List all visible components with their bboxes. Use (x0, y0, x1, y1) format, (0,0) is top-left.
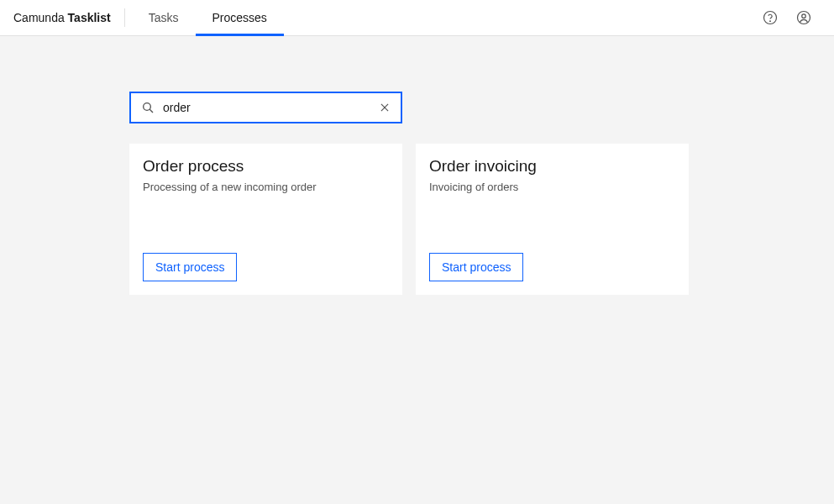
search-icon (141, 101, 155, 114)
start-process-button[interactable]: Start process (143, 253, 237, 281)
process-card-list: Order process Processing of a new incomi… (129, 144, 834, 295)
tab-tasks[interactable]: Tasks (132, 0, 196, 35)
nav-tabs: Tasks Processes (132, 0, 284, 35)
help-icon (763, 10, 778, 25)
process-card: Order invoicing Invoicing of orders Star… (416, 144, 689, 295)
clear-search-button[interactable] (379, 102, 391, 113)
svg-point-0 (764, 12, 777, 24)
tab-processes[interactable]: Processes (196, 0, 284, 35)
process-card: Order process Processing of a new incomi… (129, 144, 402, 295)
tab-label: Processes (212, 11, 267, 24)
user-icon (796, 10, 811, 25)
search-box[interactable] (129, 92, 402, 123)
close-icon (379, 102, 391, 113)
svg-point-1 (770, 21, 771, 22)
app-header: Camunda Tasklist Tasks Processes (0, 0, 834, 36)
main-content: Order process Processing of a new incomi… (0, 36, 834, 295)
brand-prefix: Camunda (13, 11, 68, 24)
help-button[interactable] (753, 1, 787, 34)
card-title: Order invoicing (429, 157, 675, 176)
brand-name: Tasklist (68, 11, 111, 24)
user-button[interactable] (787, 1, 821, 34)
svg-line-5 (149, 109, 153, 113)
svg-point-4 (144, 103, 151, 111)
start-process-button[interactable]: Start process (429, 253, 523, 281)
card-title: Order process (143, 157, 389, 176)
header-divider (124, 8, 125, 27)
brand-label: Camunda Tasklist (13, 11, 124, 24)
svg-point-3 (802, 14, 806, 18)
card-description: Invoicing of orders (429, 181, 675, 193)
search-input[interactable] (163, 101, 379, 114)
card-description: Processing of a new incoming order (143, 181, 389, 193)
tab-label: Tasks (149, 11, 179, 24)
